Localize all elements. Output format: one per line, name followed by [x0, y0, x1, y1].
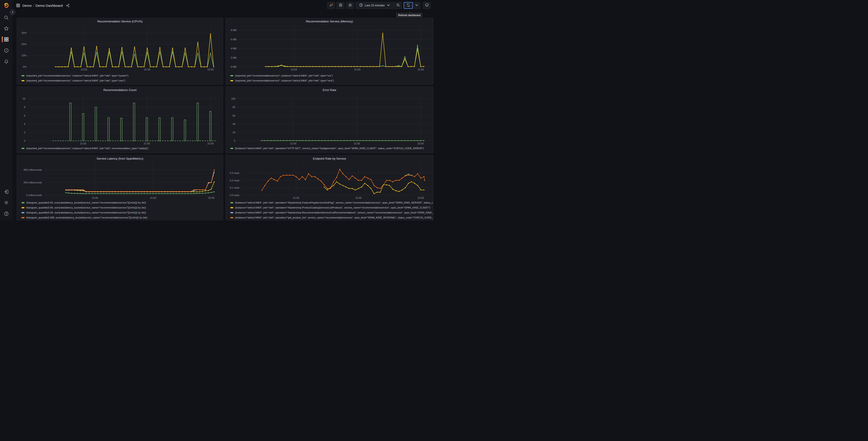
svg-text:21:50: 21:50 — [290, 142, 297, 144]
chart-canvas[interactable]: 21:5021:5522:000.0 req/s0.1 req/s0.2 req… — [226, 160, 433, 200]
starred-icon[interactable] — [4, 26, 9, 31]
svg-text:0 milliseconds: 0 milliseconds — [26, 194, 42, 197]
help-icon[interactable] — [4, 211, 9, 216]
svg-text:6 MB: 6 MB — [230, 38, 237, 41]
legend-label: {instance="otelcol:9464", job="otel", op… — [235, 211, 433, 214]
legend-label: {exported_job="recommendationservice", i… — [235, 79, 334, 82]
breadcrumb-page: Demo Dashboard — [35, 4, 63, 7]
legend-item[interactable]: {instance="otelcol:9464", job="otel", op… — [226, 146, 433, 151]
sidebar-expand-button[interactable] — [9, 9, 16, 15]
zoom-out-button[interactable] — [394, 2, 402, 9]
legend-label: {exported_job="recommendationservice", i… — [26, 79, 125, 82]
legend-label: {instance="otelcol:9464", job="otel", op… — [235, 206, 430, 209]
legend-item[interactable]: {exported_job="recommendationservice", i… — [17, 146, 223, 151]
kiosk-mode-button[interactable] — [423, 2, 431, 9]
legend-item[interactable]: histogram_quantile(0.999, sum(rate(laten… — [17, 215, 223, 220]
svg-text:2: 2 — [24, 131, 25, 134]
legend-label: histogram_quantile(0.95, sum(rate(latenc… — [26, 206, 146, 209]
refresh-interval-dropdown[interactable] — [413, 2, 420, 9]
svg-text:21:50: 21:50 — [81, 68, 87, 71]
refresh-tooltip: Refresh dashboard — [396, 13, 423, 18]
svg-text:0.1 req/s: 0.1 req/s — [230, 186, 239, 189]
panel-error-rate: Error Rate 21:5021:5522:00020406080100 {… — [226, 86, 433, 153]
legend-item[interactable]: {exported_job="recommendationservice", i… — [17, 78, 223, 83]
legend-swatch — [230, 75, 233, 76]
panel-memory: Recommendation Service (Memory) 21:5021:… — [226, 18, 433, 84]
explore-icon[interactable] — [4, 48, 9, 53]
sidebar — [0, 0, 12, 220]
dashboards-icon[interactable] — [4, 37, 9, 42]
share-icon[interactable] — [66, 4, 70, 7]
legend-item[interactable]: {instance="otelcol:9464", job="otel", op… — [226, 205, 433, 210]
svg-text:6: 6 — [24, 114, 25, 117]
svg-text:21:50: 21:50 — [80, 142, 87, 144]
svg-text:0: 0 — [24, 140, 25, 142]
chart-canvas[interactable]: 21:5021:5522:000246810 — [17, 91, 223, 144]
svg-text:21:55: 21:55 — [144, 68, 151, 71]
refresh-dashboard-button[interactable] — [404, 2, 413, 9]
panel-title[interactable]: Recommendation Service (CPU%) — [17, 18, 223, 23]
panel-title[interactable]: Recommendation Service (Memory) — [226, 18, 433, 23]
configuration-gear-icon[interactable] — [4, 200, 9, 205]
panel-legend: {exported_job="recommendationservice", i… — [17, 73, 223, 83]
add-panel-button[interactable] — [327, 2, 335, 9]
legend-item[interactable]: histogram_quantile(0.95, sum(rate(latenc… — [17, 205, 223, 210]
legend-swatch — [22, 212, 25, 213]
breadcrumb-section[interactable]: Demo — [22, 4, 32, 7]
panel-title[interactable]: Error Rate — [226, 87, 433, 91]
svg-text:22:00: 22:00 — [418, 197, 424, 199]
legend-item[interactable]: histogram_quantile(0.99, sum(rate(latenc… — [17, 210, 223, 215]
svg-text:21:55: 21:55 — [150, 197, 156, 199]
chart-canvas[interactable]: 21:5021:5522:00020406080100 — [226, 91, 433, 144]
legend-item[interactable]: histogram_quantile(0.50, sum(rate(latenc… — [17, 200, 223, 205]
svg-text:22:00: 22:00 — [417, 68, 424, 71]
chevron-down-icon — [415, 3, 418, 8]
header: Demo / Demo Dashboard Last 15 minutes — [12, 0, 434, 11]
svg-text:21:55: 21:55 — [354, 142, 360, 144]
panel-title[interactable]: Recommendations Count — [17, 87, 223, 91]
legend-label: {exported_job="recommendationservice", i… — [26, 147, 149, 150]
chart-canvas[interactable]: 21:5021:5522:000%10%20%30% — [17, 23, 223, 72]
monitor-icon — [425, 3, 429, 8]
dashboard-grid-icon — [16, 3, 20, 7]
legend-item[interactable]: {exported_job="recommendationservice", i… — [226, 78, 433, 83]
legend-label: histogram_quantile(0.99, sum(rate(latenc… — [26, 211, 146, 214]
active-indicator — [2, 36, 3, 42]
svg-text:8 MB: 8 MB — [230, 29, 237, 31]
svg-text:21:55: 21:55 — [144, 142, 150, 144]
legend-item[interactable]: {instance="otelcol:9464", job="otel", op… — [226, 210, 433, 215]
time-range-picker[interactable]: Last 15 minutes — [356, 2, 394, 9]
breadcrumb: Demo / Demo Dashboard — [22, 4, 63, 7]
svg-text:21:55: 21:55 — [354, 68, 361, 71]
legend-label: histogram_quantile(0.999, sum(rate(laten… — [26, 216, 147, 219]
panel-service-latency: Service Latency (from SpanMetrics) 21:50… — [17, 155, 223, 220]
legend-item[interactable]: {exported_job="recommendationservice", i… — [226, 73, 433, 78]
legend-item[interactable]: {instance="otelcol:9464", job="otel", op… — [226, 215, 433, 220]
search-icon[interactable] — [4, 15, 9, 20]
grafana-logo[interactable] — [3, 2, 9, 9]
sign-in-icon[interactable] — [4, 189, 9, 194]
save-dashboard-button[interactable] — [337, 2, 344, 9]
legend-item[interactable]: {instance="otelcol:9464", job="otel", op… — [226, 200, 433, 205]
panel-title[interactable]: Service Latency (from SpanMetrics) — [17, 155, 223, 160]
svg-text:10%: 10% — [22, 54, 27, 57]
legend-swatch — [22, 217, 25, 218]
chart-canvas[interactable]: 21:5021:5522:000 milliseconds200 millise… — [17, 160, 223, 200]
legend-label: histogram_quantile(0.50, sum(rate(latenc… — [26, 201, 146, 204]
toolbar: Last 15 minutes — [326, 2, 431, 9]
breadcrumb-separator: / — [32, 4, 35, 7]
panel-cpu: Recommendation Service (CPU%) 21:5021:55… — [17, 18, 223, 84]
legend-item[interactable]: {exported_job="recommendationservice", i… — [17, 73, 223, 78]
zoom-out-icon — [396, 3, 400, 8]
chart-canvas[interactable]: 21:5021:5522:000 MB2 MB4 MB6 MB8 MB — [226, 23, 433, 72]
svg-text:30%: 30% — [22, 31, 27, 34]
dashboard-settings-button[interactable] — [346, 2, 354, 9]
panel-title[interactable]: Endpoint Rate by Service — [226, 155, 433, 160]
legend-swatch — [22, 207, 25, 208]
alerting-bell-icon[interactable] — [4, 59, 9, 64]
svg-text:0.2 req/s: 0.2 req/s — [230, 179, 239, 182]
svg-text:400 milliseconds: 400 milliseconds — [24, 169, 42, 171]
refresh-icon — [406, 3, 410, 8]
add-panel-icon — [329, 3, 333, 8]
svg-text:2 MB: 2 MB — [230, 56, 237, 59]
